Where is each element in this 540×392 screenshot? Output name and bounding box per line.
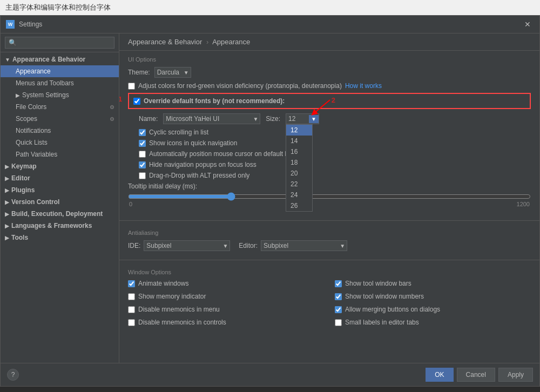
- tools-arrow: ▶: [5, 235, 9, 241]
- allow-merging-label: Allow merging buttons on dialogs: [345, 306, 440, 313]
- sidebar-item-path-variables[interactable]: Path Variables: [1, 148, 119, 160]
- cancel-button[interactable]: Cancel: [457, 368, 495, 382]
- disable-mnemonics-controls-checkbox[interactable]: [128, 319, 135, 326]
- close-button[interactable]: ✕: [521, 19, 534, 30]
- disable-mnemonics-menu-checkbox[interactable]: [128, 306, 135, 313]
- breadcrumb: Appearance & Behavior › Appearance: [119, 33, 539, 51]
- cyclic-scroll-label: Cyclic scrolling in list: [149, 129, 208, 136]
- override-fonts-checkbox[interactable]: [133, 98, 140, 105]
- bottom-bar: ? OK Cancel Apply: [1, 363, 539, 386]
- ide-select[interactable]: Subpixel None Greyscale: [144, 240, 230, 251]
- bottom-left: ?: [7, 369, 422, 381]
- name-label: Name:: [139, 115, 158, 123]
- cyclic-scroll-checkbox[interactable]: [139, 129, 146, 136]
- size-group: 2 ▼ 12 14 16 18: [286, 113, 319, 124]
- antialias-label: Antialiasing: [128, 229, 531, 236]
- disable-mnemonics-controls-row: Disable mnemonics in controls: [128, 319, 324, 326]
- sidebar-item-system-settings[interactable]: ▶ System Settings: [1, 89, 119, 101]
- slider-row: [128, 192, 531, 201]
- checkboxes-group: Cyclic scrolling in list Show icons in q…: [128, 129, 531, 179]
- show-icons-checkbox[interactable]: [139, 140, 146, 147]
- show-memory-checkbox[interactable]: [128, 293, 135, 300]
- size-input[interactable]: [286, 114, 308, 124]
- adjust-colors-checkbox[interactable]: [128, 83, 135, 90]
- help-button[interactable]: ?: [7, 369, 19, 381]
- top-label: 主题字体和编辑字体和控制台字体: [0, 0, 540, 15]
- size-option-26[interactable]: 26: [286, 200, 312, 211]
- sidebar-item-editor[interactable]: ▶ Editor: [1, 172, 119, 184]
- drag-drop-label: Drag-n-Drop with ALT pressed only: [149, 172, 249, 179]
- adjust-colors-label: Adjust colors for red-green vision defic…: [138, 82, 342, 90]
- lang-arrow: ▶: [5, 223, 9, 229]
- size-option-14[interactable]: 14: [286, 136, 312, 146]
- font-name-select[interactable]: Microsoft YaHei UI: [163, 113, 260, 124]
- ok-button[interactable]: OK: [426, 368, 453, 382]
- auto-mouse-checkbox[interactable]: [139, 151, 146, 158]
- sidebar-item-menus-toolbars[interactable]: Menus and Toolbars: [1, 77, 119, 89]
- title-bar: W Settings ✕: [1, 16, 539, 33]
- allow-merging-checkbox[interactable]: [335, 306, 342, 313]
- sidebar-item-appearance[interactable]: Appearance: [1, 65, 119, 77]
- file-colors-badge: ⚙: [110, 104, 114, 110]
- sidebar-item-appearance-behavior[interactable]: ▼ Appearance & Behavior: [1, 53, 119, 65]
- window-options-label: Window Options: [128, 269, 531, 275]
- show-tool-numbers-row: Show tool window numbers: [335, 293, 531, 300]
- editor-select-wrapper: Subpixel None Greyscale ▼: [261, 240, 347, 251]
- show-tool-bars-checkbox[interactable]: [335, 280, 342, 287]
- slider-min: 0: [129, 201, 132, 207]
- size-option-16[interactable]: 16: [286, 146, 312, 157]
- font-row: Name: Microsoft YaHei UI ▼ Size:: [128, 113, 531, 124]
- animate-windows-checkbox[interactable]: [128, 280, 135, 287]
- hide-nav-checkbox[interactable]: [139, 161, 146, 168]
- small-labels-checkbox[interactable]: [335, 319, 342, 326]
- small-labels-row: Small labels in editor tabs: [335, 319, 531, 326]
- vc-arrow: ▶: [5, 199, 9, 205]
- font-name-wrapper: Microsoft YaHei UI ▼: [163, 113, 260, 124]
- ui-options-label: UI Options: [128, 56, 531, 63]
- keymap-arrow: ▶: [5, 164, 9, 170]
- apply-button[interactable]: Apply: [498, 368, 533, 382]
- tooltip-label: Tooltip initial delay (ms):: [128, 183, 531, 190]
- sidebar-item-keymap[interactable]: ▶ Keymap: [1, 160, 119, 172]
- sidebar-item-languages[interactable]: ▶ Languages & Frameworks: [1, 220, 119, 232]
- title-bar-left: W Settings: [6, 20, 42, 29]
- dialog-title: Settings: [19, 21, 42, 28]
- auto-mouse-label: Automatically position mouse cursor on d…: [149, 150, 303, 158]
- override-fonts-box: Override default fonts by (not recommend…: [128, 93, 531, 109]
- how-it-works-link[interactable]: How it works: [345, 82, 382, 90]
- sidebar-item-tools[interactable]: ▶ Tools: [1, 232, 119, 244]
- size-dropdown-arrow[interactable]: ▼: [309, 115, 319, 123]
- sidebar-item-notifications[interactable]: Notifications: [1, 125, 119, 137]
- tooltip-slider[interactable]: [128, 192, 531, 201]
- sidebar-item-scopes[interactable]: Scopes ⚙: [1, 113, 119, 125]
- app-icon: W: [6, 20, 15, 29]
- size-option-18[interactable]: 18: [286, 157, 312, 168]
- breadcrumb-current: Appearance: [212, 38, 250, 46]
- animate-windows-row: Animate windows: [128, 280, 324, 287]
- sidebar-item-plugins[interactable]: ▶ Plugins: [1, 184, 119, 196]
- size-option-22[interactable]: 22: [286, 179, 312, 190]
- antialias-row: IDE: Subpixel None Greyscale ▼ Editor:: [128, 240, 531, 251]
- sidebar-item-version-control[interactable]: ▶ Version Control: [1, 196, 119, 208]
- size-option-20[interactable]: 20: [286, 168, 312, 179]
- sidebar-item-quick-lists[interactable]: Quick Lists: [1, 137, 119, 148]
- theme-select[interactable]: Darcula: [154, 67, 191, 78]
- slider-max: 1200: [517, 201, 530, 207]
- divider-1: [119, 220, 539, 221]
- small-labels-label: Small labels in editor tabs: [345, 319, 419, 326]
- size-dropdown-container: 2 ▼ 12 14 16 18: [286, 113, 319, 124]
- editor-select[interactable]: Subpixel None Greyscale: [261, 240, 347, 251]
- antialias-section: Antialiasing IDE: Subpixel None Greyscal…: [119, 225, 539, 255]
- show-tool-numbers-checkbox[interactable]: [335, 293, 342, 300]
- size-option-12[interactable]: 12: [286, 125, 312, 136]
- disable-mnemonics-menu-row: Disable mnemonics in menu: [128, 306, 324, 313]
- show-memory-label: Show memory indicator: [138, 293, 206, 300]
- slider-values: 0 1200: [128, 201, 531, 207]
- sidebar-item-build[interactable]: ▶ Build, Execution, Deployment: [1, 208, 119, 220]
- sidebar-item-file-colors[interactable]: File Colors ⚙: [1, 101, 119, 113]
- size-option-24[interactable]: 24: [286, 190, 312, 200]
- drag-drop-checkbox[interactable]: [139, 172, 146, 179]
- collapse-arrow: ▶: [16, 92, 20, 98]
- size-dropdown: 12 14 16 18 20 22 24 26: [286, 124, 313, 212]
- search-input[interactable]: [5, 37, 114, 49]
